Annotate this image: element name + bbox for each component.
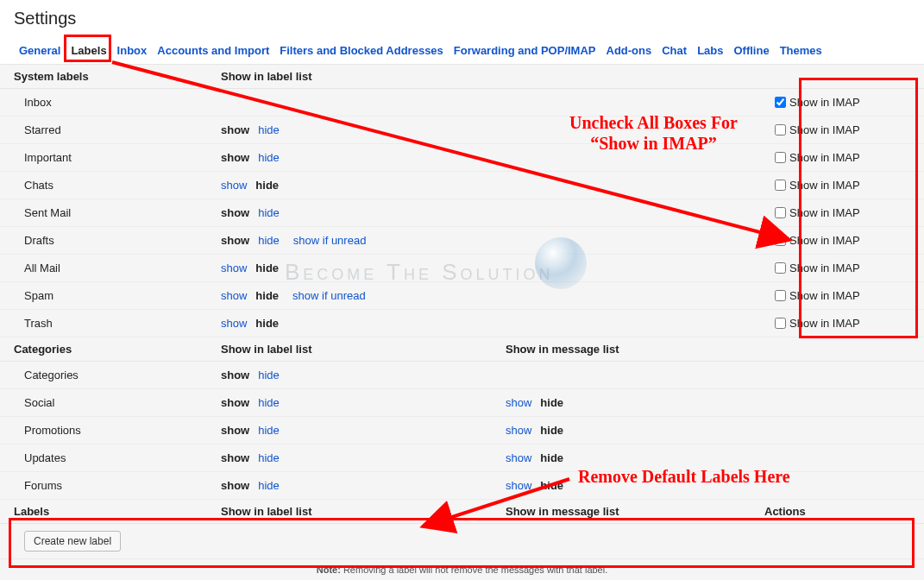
svg-line-1 bbox=[423, 479, 569, 526]
annotation-arrow-to-labels bbox=[0, 0, 924, 580]
